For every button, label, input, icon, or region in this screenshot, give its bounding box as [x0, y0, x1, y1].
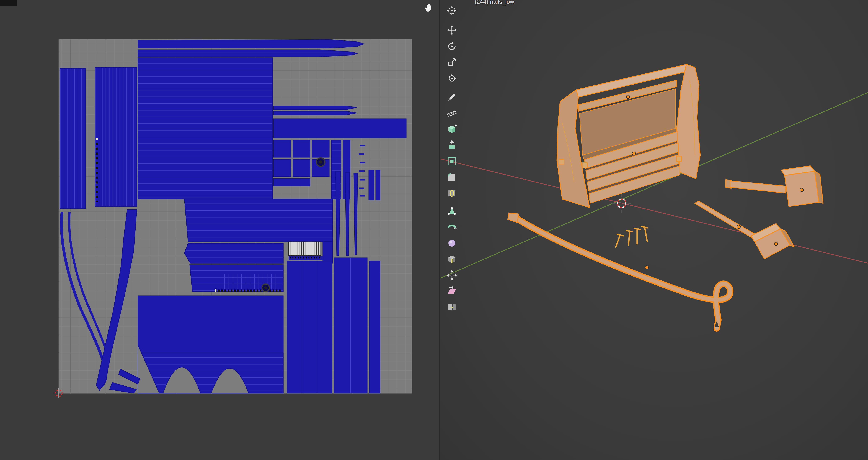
tool-spin-button[interactable]: [444, 219, 459, 234]
tool-scale-button[interactable]: [444, 55, 459, 69]
annotate-icon: [447, 92, 457, 102]
inset-faces-icon: [447, 156, 457, 166]
tool-add-cube-button[interactable]: [444, 121, 459, 136]
shrink-fatten-icon: [447, 270, 457, 280]
rip-region-icon: [447, 302, 457, 312]
tool-shrink-fatten-button[interactable]: [444, 267, 459, 282]
nails-object[interactable]: [616, 226, 647, 247]
measure-icon: [447, 108, 457, 119]
shear-icon: [447, 286, 457, 296]
tool-bevel-button[interactable]: [444, 170, 459, 184]
add-cube-icon: [447, 124, 457, 134]
poly-build-icon: [447, 206, 457, 216]
crowbar-object[interactable]: [508, 213, 730, 328]
tool-measure-button[interactable]: [444, 106, 459, 121]
scale-icon: [447, 57, 457, 67]
extrude-region-icon: [447, 140, 457, 150]
mallet-object[interactable]: [726, 166, 823, 206]
rotate-icon: [447, 41, 457, 51]
tool-inset-faces-button[interactable]: [444, 153, 459, 169]
smooth-icon: [447, 238, 457, 248]
move-icon: [447, 25, 457, 35]
tool-transform-button[interactable]: [444, 70, 459, 86]
transform-icon: [447, 73, 457, 83]
hand-icon: [423, 2, 434, 13]
tool-annotate-button[interactable]: [444, 89, 459, 104]
blender-window: (244) nails_low: [0, 0, 868, 460]
tool-cursor-button[interactable]: [444, 3, 459, 18]
3d-viewport-canvas: [0, 0, 868, 460]
edge-slide-icon: [447, 254, 457, 264]
tool-rotate-button[interactable]: [444, 38, 459, 54]
sledgehammer-object[interactable]: [695, 201, 794, 259]
tool-move-button[interactable]: [444, 23, 459, 37]
viewport-toolbar: [444, 0, 460, 332]
header-fragment: [0, 0, 17, 6]
tool-loop-cut-button[interactable]: [444, 185, 459, 201]
toolbox-object[interactable]: [557, 64, 700, 207]
tool-shear-button[interactable]: [444, 284, 459, 298]
tool-smooth-button[interactable]: [444, 235, 459, 250]
tool-extrude-region-button[interactable]: [444, 138, 459, 152]
loop-cut-icon: [447, 188, 457, 198]
spin-icon: [447, 222, 457, 232]
cursor-icon: [447, 5, 457, 15]
bevel-icon: [447, 172, 457, 182]
tool-edge-slide-button[interactable]: [444, 251, 459, 266]
tool-rip-region-button[interactable]: [444, 299, 459, 315]
viewport-object-info: (244) nails_low: [475, 0, 514, 5]
tool-poly-build-button[interactable]: [444, 203, 459, 218]
